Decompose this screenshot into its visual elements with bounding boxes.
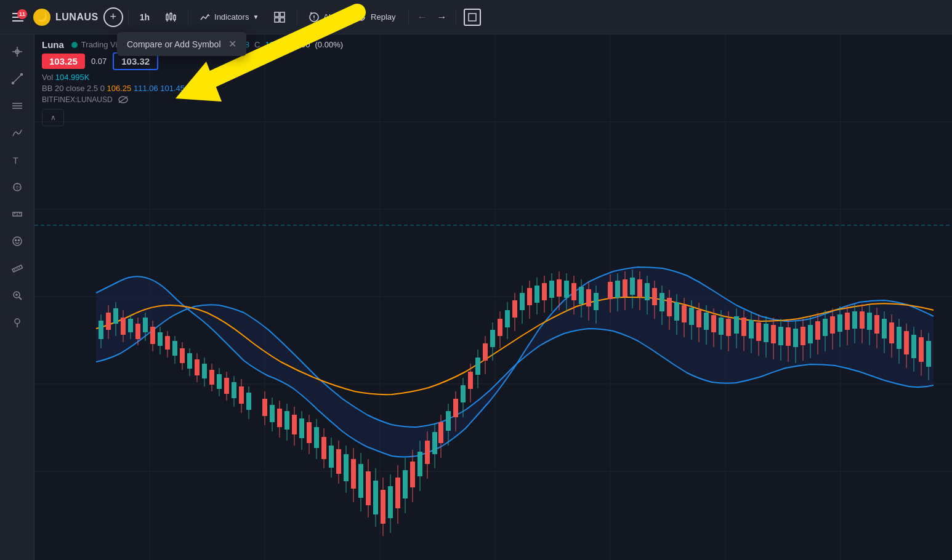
divider-1	[128, 9, 129, 26]
svg-rect-105	[270, 405, 275, 422]
svg-rect-145	[418, 452, 422, 476]
svg-rect-81	[172, 341, 177, 356]
vol-value: 104.995K	[55, 73, 90, 82]
collapse-icon: ∧	[50, 113, 56, 122]
svg-text:T: T	[13, 156, 18, 166]
svg-rect-269	[882, 319, 887, 338]
svg-rect-103	[262, 399, 267, 416]
svg-rect-179	[542, 283, 547, 300]
svg-rect-217	[689, 308, 694, 325]
svg-rect-175	[527, 288, 532, 305]
divider-3	[297, 9, 297, 26]
svg-rect-133	[373, 481, 378, 514]
plus-icon: +	[110, 10, 116, 23]
layout-button[interactable]	[267, 7, 292, 27]
zoom-tool[interactable]	[5, 283, 30, 308]
line-tool[interactable]	[5, 66, 30, 91]
bb-value3: 101.45	[160, 84, 185, 93]
svg-rect-171	[512, 300, 517, 318]
svg-rect-113	[299, 418, 304, 438]
svg-rect-215	[682, 305, 687, 322]
svg-rect-225	[719, 318, 724, 335]
toolbar: 11 🌙 LUNAUS + 1h Indicators	[0, 0, 952, 34]
replay-icon	[356, 12, 367, 23]
svg-rect-157	[461, 385, 466, 402]
svg-rect-129	[358, 464, 363, 498]
svg-rect-201	[630, 278, 635, 295]
svg-rect-141	[403, 470, 408, 498]
svg-rect-125	[344, 454, 349, 481]
svg-rect-255	[830, 316, 835, 334]
svg-rect-271	[889, 322, 894, 343]
svg-line-43	[19, 297, 22, 300]
ruler-tool[interactable]	[5, 256, 30, 281]
svg-rect-279	[919, 337, 924, 362]
svg-rect-229	[734, 316, 739, 334]
freehand-tool[interactable]	[5, 121, 30, 145]
crosshair-tool[interactable]	[5, 39, 30, 64]
svg-rect-209	[660, 293, 664, 311]
indicators-button[interactable]: Indicators ▼	[193, 8, 265, 26]
svg-rect-187	[571, 283, 576, 300]
crosshair-icon	[11, 46, 23, 58]
interval-button[interactable]: 1h	[134, 9, 156, 26]
indicators-label: Indicators	[214, 12, 249, 22]
symbol-name: LUNAUS	[55, 12, 99, 23]
svg-rect-12	[280, 18, 284, 22]
menu-button[interactable]: 11	[7, 8, 28, 26]
alert-button[interactable]: Alert	[302, 8, 346, 26]
svg-rect-253	[823, 319, 828, 336]
svg-point-36	[18, 240, 19, 241]
svg-rect-189	[579, 287, 584, 304]
compare-tooltip-close[interactable]: ✕	[228, 38, 236, 50]
pin-icon	[11, 316, 23, 329]
fullscreen-button[interactable]	[464, 9, 481, 26]
svg-rect-239	[771, 325, 776, 343]
collapse-button[interactable]: ∧	[42, 109, 64, 126]
horizontal-lines-tool[interactable]	[5, 94, 30, 118]
pin-tool[interactable]	[5, 310, 30, 335]
svg-rect-99	[239, 386, 244, 404]
svg-rect-111	[292, 415, 297, 434]
svg-rect-159	[468, 372, 473, 389]
svg-rect-213	[674, 302, 679, 321]
svg-rect-223	[711, 315, 716, 332]
svg-rect-147	[425, 441, 430, 464]
svg-rect-153	[446, 411, 451, 431]
tv-online-dot	[71, 42, 78, 48]
svg-point-15	[313, 18, 315, 20]
svg-rect-109	[284, 411, 289, 430]
svg-rect-237	[764, 324, 768, 342]
indicators-icon	[200, 12, 211, 23]
freehand-icon	[11, 127, 23, 139]
svg-rect-16	[469, 14, 476, 21]
svg-rect-177	[534, 286, 539, 303]
symbol-icon: 🌙	[33, 9, 50, 26]
add-symbol-button[interactable]: +	[103, 7, 123, 27]
svg-rect-235	[756, 322, 761, 341]
svg-rect-127	[351, 459, 356, 489]
horizontal-lines-icon	[11, 100, 23, 112]
bitfinex-label: BITFINEX:LUNAUSD	[42, 95, 113, 104]
text-tool[interactable]: T	[5, 148, 30, 172]
chart-area: Luna Trading View O 103.25 H 103.89 L 10…	[34, 34, 952, 560]
eye-icon[interactable]	[118, 95, 129, 104]
svg-rect-267	[874, 315, 879, 334]
chart-type-button[interactable]	[158, 7, 183, 27]
measure-tool[interactable]	[5, 202, 30, 226]
replay-button[interactable]: Replay	[349, 8, 403, 26]
undo-button[interactable]: ←	[414, 9, 431, 26]
c-label: C	[254, 40, 260, 49]
svg-rect-219	[696, 310, 701, 327]
replay-label: Replay	[371, 12, 395, 22]
svg-rect-95	[224, 378, 229, 394]
emoji-tool[interactable]	[5, 229, 30, 254]
svg-rect-91	[209, 370, 214, 385]
svg-rect-73	[143, 318, 148, 332]
shapes-tool[interactable]	[5, 175, 30, 199]
svg-rect-207	[652, 288, 657, 305]
redo-button[interactable]: →	[434, 9, 451, 26]
symbol-area[interactable]: 🌙 LUNAUS	[33, 9, 99, 26]
svg-rect-165	[490, 330, 495, 347]
svg-rect-183	[557, 279, 562, 297]
